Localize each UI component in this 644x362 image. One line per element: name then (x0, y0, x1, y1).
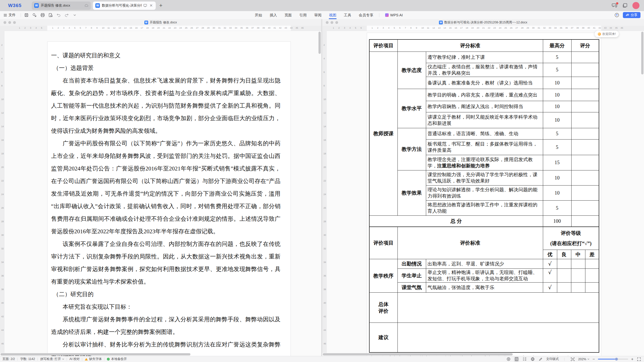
doc-tab-1[interactable]: W 开题报告 修改.docx (32, 2, 91, 10)
check-cell[interactable] (585, 269, 599, 283)
table-cell: 10 (543, 112, 571, 128)
check-cell[interactable] (571, 269, 585, 283)
zoom-out-button[interactable]: − (592, 357, 595, 361)
doc-tab-1-label: 开题报告 修改.docx (41, 3, 82, 8)
zoom-in-button[interactable]: + (631, 357, 633, 361)
check-cell[interactable] (585, 283, 599, 293)
check-cell[interactable]: √ (543, 259, 557, 269)
advice-comment-cell[interactable] (397, 323, 599, 352)
score-cell[interactable] (571, 185, 599, 200)
group-label: 教学秩序 (369, 259, 397, 293)
doc-tab-2[interactable]: W 数据分析与可视化-决策分析-20251208-第15周周一-12.docx … (93, 2, 156, 10)
score-cell[interactable] (571, 52, 599, 63)
print-button[interactable] (39, 12, 46, 18)
table-cell: 课堂控制能力强，充分调动了学生学习的积极性，课堂气氛活跃，教学互动效果好 (426, 170, 543, 185)
new-tab-button[interactable]: + (159, 3, 163, 8)
redo-button[interactable] (63, 12, 70, 18)
score-cell[interactable] (571, 112, 599, 128)
vertical-scrollbar[interactable] (641, 32, 643, 74)
check-cell[interactable]: √ (543, 283, 557, 293)
window-controls[interactable] (4, 21, 16, 24)
print-layout-view-icon[interactable] (514, 357, 519, 362)
print-mode-label[interactable]: 文印版式 (546, 357, 559, 361)
notification-dot (616, 2, 618, 5)
doc-paragraph: 该案例不仅暴露了企业自身在公司治理、内部控制方面存在的问题，也反映了在传统审计方… (51, 238, 280, 288)
window-controls[interactable] (326, 21, 338, 24)
zoom-slider[interactable] (598, 359, 628, 359)
fullscreen-icon[interactable] (636, 357, 641, 362)
subgroup-label: 学生举止 (397, 269, 426, 283)
ai-proofread[interactable]: AI 校对 (69, 357, 79, 361)
horizontal-ruler: 5432112345678910111213141516171819202122… (0, 26, 321, 31)
local-backup-status[interactable]: ✓ 本地备份开 (107, 357, 127, 361)
windows-stack-icon[interactable] (622, 3, 627, 8)
score-cell[interactable] (571, 139, 599, 155)
chevron-down-icon (587, 358, 589, 360)
word-count[interactable]: 字数: 1142 (20, 357, 35, 361)
ink-annotate-icon[interactable] (538, 357, 543, 362)
table-cell: 仪态端庄，表情自然，服装整洁，讲课有激情，声情并茂，教学风格突出 (426, 63, 543, 77)
horizontal-scrollbar[interactable] (1, 353, 190, 355)
share-button[interactable]: 分享 (623, 12, 640, 18)
cloud-upload-icon[interactable] (614, 13, 619, 17)
w365-logo[interactable]: W365 (0, 3, 30, 8)
page-indicator[interactable]: 页面: 2/2 (3, 357, 15, 361)
tab-home[interactable]: 开始 (251, 11, 266, 19)
score-cell[interactable] (571, 200, 599, 215)
check-cell[interactable]: √ (543, 269, 557, 283)
tab-tools[interactable]: 工具 (340, 11, 355, 19)
horizontal-scrollbar[interactable] (323, 353, 513, 355)
check-cell[interactable] (557, 269, 571, 283)
vertical-scrollbar[interactable] (318, 32, 321, 54)
export-button[interactable] (31, 12, 38, 18)
zoom-value[interactable]: 202% (578, 357, 589, 361)
table-cell: 5 (543, 139, 571, 155)
document-page[interactable]: 评价项目 评分标准 最高分 评分 教师授课 教学态度 遵守教学纪律，准时上下课 … (367, 33, 601, 356)
eye-protection-icon[interactable] (506, 357, 511, 362)
messages-icon[interactable] (612, 3, 617, 8)
user-avatar[interactable] (632, 2, 639, 9)
divider (379, 13, 379, 17)
missing-font-warning[interactable]: 缺失字体 (85, 357, 102, 361)
tab-insert[interactable]: 插入 (266, 11, 281, 19)
file-menu-button[interactable]: 文件 (0, 13, 19, 17)
table-header: 评价项目 (369, 39, 397, 52)
divider (21, 13, 21, 17)
check-cell[interactable] (571, 283, 585, 293)
check-cell[interactable] (557, 259, 571, 269)
table-cell: 讲课立足于教材，同时又能反映近年来本学科学术动态和新进展 (426, 112, 543, 128)
right-doc-scroll-area: 评价项目 评分标准 最高分 评分 教师授课 教学态度 遵守教学纪律，准时上下课 … (322, 31, 644, 356)
print-preview-button[interactable] (47, 12, 54, 18)
fit-page-icon[interactable] (570, 357, 575, 362)
web-layout-view-icon[interactable] (530, 357, 535, 362)
tab-review[interactable]: 审阅 (310, 11, 325, 19)
table-header: 评分标准 (397, 39, 543, 52)
tab-wps-ai[interactable]: WPS AI (381, 11, 407, 19)
save-button[interactable] (23, 12, 30, 18)
chevron-down-icon[interactable] (71, 12, 78, 18)
check-cell[interactable] (557, 283, 571, 293)
close-tab-icon[interactable]: ✕ (149, 3, 153, 8)
outline-view-icon[interactable] (522, 357, 527, 362)
score-cell[interactable] (571, 63, 599, 77)
score-cell[interactable] (571, 215, 599, 227)
score-cell[interactable] (571, 101, 599, 112)
score-cell[interactable] (571, 170, 599, 185)
table-cell: 10 (543, 89, 571, 101)
tab-view[interactable]: 视图 (325, 11, 340, 19)
spellcheck-status[interactable]: 拼写检查: 打开 (40, 357, 64, 361)
score-cell[interactable] (571, 155, 599, 170)
screen-share-icon[interactable] (143, 4, 147, 7)
check-cell[interactable] (571, 259, 585, 269)
tab-reference[interactable]: 引用 (296, 11, 310, 19)
check-cell[interactable] (585, 259, 599, 269)
tab-page[interactable]: 页面 (281, 11, 296, 19)
overall-comment-cell[interactable] (397, 293, 599, 323)
score-cell[interactable] (571, 89, 599, 101)
score-cell[interactable] (571, 128, 599, 139)
score-cell[interactable] (571, 77, 599, 89)
zoom-slider-thumb[interactable] (615, 358, 618, 360)
undo-button[interactable] (55, 12, 62, 18)
document-page[interactable]: 一、课题的研究目的和意义 （一）选题背景 在当前资本市场日益复杂、信息技术飞速发… (47, 41, 291, 356)
tab-member[interactable]: 会员专享 (355, 11, 377, 19)
